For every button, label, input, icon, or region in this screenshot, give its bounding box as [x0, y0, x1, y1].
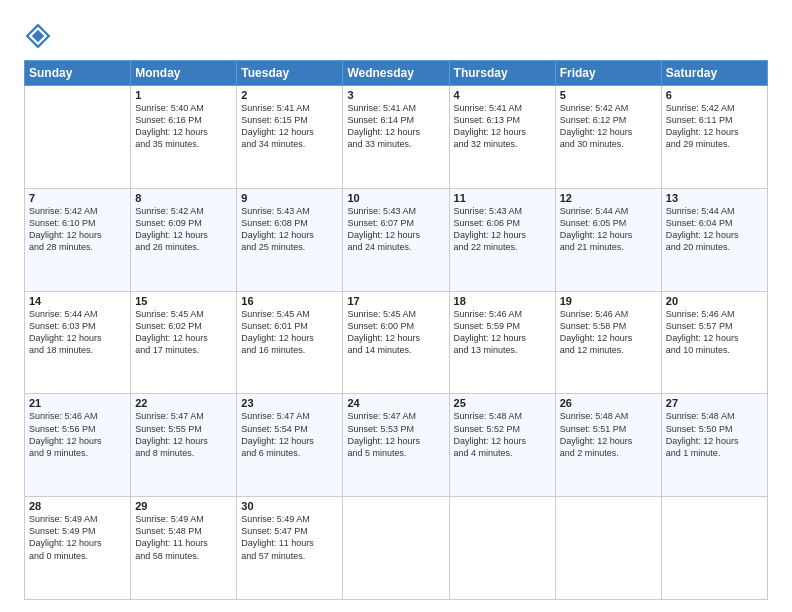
logo	[24, 22, 54, 50]
day-number: 8	[135, 192, 232, 204]
day-info: Sunrise: 5:49 AM Sunset: 5:49 PM Dayligh…	[29, 513, 126, 562]
day-info: Sunrise: 5:41 AM Sunset: 6:15 PM Dayligh…	[241, 102, 338, 151]
day-info: Sunrise: 5:43 AM Sunset: 6:08 PM Dayligh…	[241, 205, 338, 254]
day-info: Sunrise: 5:46 AM Sunset: 5:58 PM Dayligh…	[560, 308, 657, 357]
col-header-monday: Monday	[131, 61, 237, 86]
calendar-cell: 6Sunrise: 5:42 AM Sunset: 6:11 PM Daylig…	[661, 86, 767, 189]
logo-icon	[24, 22, 52, 50]
calendar-cell: 26Sunrise: 5:48 AM Sunset: 5:51 PM Dayli…	[555, 394, 661, 497]
calendar-cell: 15Sunrise: 5:45 AM Sunset: 6:02 PM Dayli…	[131, 291, 237, 394]
calendar-cell: 7Sunrise: 5:42 AM Sunset: 6:10 PM Daylig…	[25, 188, 131, 291]
day-info: Sunrise: 5:47 AM Sunset: 5:53 PM Dayligh…	[347, 410, 444, 459]
calendar-header-row: SundayMondayTuesdayWednesdayThursdayFrid…	[25, 61, 768, 86]
day-number: 13	[666, 192, 763, 204]
calendar-cell: 3Sunrise: 5:41 AM Sunset: 6:14 PM Daylig…	[343, 86, 449, 189]
calendar-cell: 17Sunrise: 5:45 AM Sunset: 6:00 PM Dayli…	[343, 291, 449, 394]
day-number: 10	[347, 192, 444, 204]
calendar-week-row: 1Sunrise: 5:40 AM Sunset: 6:16 PM Daylig…	[25, 86, 768, 189]
day-info: Sunrise: 5:48 AM Sunset: 5:51 PM Dayligh…	[560, 410, 657, 459]
day-number: 16	[241, 295, 338, 307]
day-info: Sunrise: 5:44 AM Sunset: 6:03 PM Dayligh…	[29, 308, 126, 357]
day-info: Sunrise: 5:47 AM Sunset: 5:55 PM Dayligh…	[135, 410, 232, 459]
calendar-week-row: 21Sunrise: 5:46 AM Sunset: 5:56 PM Dayli…	[25, 394, 768, 497]
day-number: 28	[29, 500, 126, 512]
day-number: 11	[454, 192, 551, 204]
calendar-cell: 5Sunrise: 5:42 AM Sunset: 6:12 PM Daylig…	[555, 86, 661, 189]
calendar-cell: 8Sunrise: 5:42 AM Sunset: 6:09 PM Daylig…	[131, 188, 237, 291]
day-number: 25	[454, 397, 551, 409]
calendar-week-row: 7Sunrise: 5:42 AM Sunset: 6:10 PM Daylig…	[25, 188, 768, 291]
day-info: Sunrise: 5:42 AM Sunset: 6:09 PM Dayligh…	[135, 205, 232, 254]
col-header-wednesday: Wednesday	[343, 61, 449, 86]
day-info: Sunrise: 5:44 AM Sunset: 6:05 PM Dayligh…	[560, 205, 657, 254]
day-number: 27	[666, 397, 763, 409]
day-number: 24	[347, 397, 444, 409]
calendar-cell	[25, 86, 131, 189]
calendar-cell	[555, 497, 661, 600]
calendar-cell: 1Sunrise: 5:40 AM Sunset: 6:16 PM Daylig…	[131, 86, 237, 189]
day-info: Sunrise: 5:45 AM Sunset: 6:00 PM Dayligh…	[347, 308, 444, 357]
day-info: Sunrise: 5:45 AM Sunset: 6:02 PM Dayligh…	[135, 308, 232, 357]
day-info: Sunrise: 5:42 AM Sunset: 6:10 PM Dayligh…	[29, 205, 126, 254]
day-info: Sunrise: 5:40 AM Sunset: 6:16 PM Dayligh…	[135, 102, 232, 151]
day-number: 14	[29, 295, 126, 307]
day-number: 29	[135, 500, 232, 512]
calendar-cell: 21Sunrise: 5:46 AM Sunset: 5:56 PM Dayli…	[25, 394, 131, 497]
day-info: Sunrise: 5:48 AM Sunset: 5:50 PM Dayligh…	[666, 410, 763, 459]
calendar-cell: 22Sunrise: 5:47 AM Sunset: 5:55 PM Dayli…	[131, 394, 237, 497]
day-info: Sunrise: 5:49 AM Sunset: 5:47 PM Dayligh…	[241, 513, 338, 562]
day-info: Sunrise: 5:46 AM Sunset: 5:56 PM Dayligh…	[29, 410, 126, 459]
day-number: 21	[29, 397, 126, 409]
calendar-cell: 9Sunrise: 5:43 AM Sunset: 6:08 PM Daylig…	[237, 188, 343, 291]
day-info: Sunrise: 5:45 AM Sunset: 6:01 PM Dayligh…	[241, 308, 338, 357]
day-info: Sunrise: 5:41 AM Sunset: 6:13 PM Dayligh…	[454, 102, 551, 151]
day-number: 22	[135, 397, 232, 409]
day-number: 2	[241, 89, 338, 101]
day-number: 12	[560, 192, 657, 204]
col-header-saturday: Saturday	[661, 61, 767, 86]
day-number: 9	[241, 192, 338, 204]
calendar-table: SundayMondayTuesdayWednesdayThursdayFrid…	[24, 60, 768, 600]
calendar-cell: 12Sunrise: 5:44 AM Sunset: 6:05 PM Dayli…	[555, 188, 661, 291]
calendar-cell: 13Sunrise: 5:44 AM Sunset: 6:04 PM Dayli…	[661, 188, 767, 291]
day-info: Sunrise: 5:42 AM Sunset: 6:11 PM Dayligh…	[666, 102, 763, 151]
day-number: 5	[560, 89, 657, 101]
calendar-cell: 14Sunrise: 5:44 AM Sunset: 6:03 PM Dayli…	[25, 291, 131, 394]
calendar-week-row: 28Sunrise: 5:49 AM Sunset: 5:49 PM Dayli…	[25, 497, 768, 600]
day-number: 7	[29, 192, 126, 204]
day-info: Sunrise: 5:47 AM Sunset: 5:54 PM Dayligh…	[241, 410, 338, 459]
calendar-cell	[449, 497, 555, 600]
day-info: Sunrise: 5:46 AM Sunset: 5:57 PM Dayligh…	[666, 308, 763, 357]
day-number: 19	[560, 295, 657, 307]
calendar-cell: 28Sunrise: 5:49 AM Sunset: 5:49 PM Dayli…	[25, 497, 131, 600]
day-info: Sunrise: 5:42 AM Sunset: 6:12 PM Dayligh…	[560, 102, 657, 151]
day-number: 1	[135, 89, 232, 101]
day-number: 18	[454, 295, 551, 307]
col-header-friday: Friday	[555, 61, 661, 86]
day-number: 17	[347, 295, 444, 307]
day-number: 20	[666, 295, 763, 307]
calendar-cell: 16Sunrise: 5:45 AM Sunset: 6:01 PM Dayli…	[237, 291, 343, 394]
day-info: Sunrise: 5:46 AM Sunset: 5:59 PM Dayligh…	[454, 308, 551, 357]
calendar-cell: 4Sunrise: 5:41 AM Sunset: 6:13 PM Daylig…	[449, 86, 555, 189]
day-info: Sunrise: 5:41 AM Sunset: 6:14 PM Dayligh…	[347, 102, 444, 151]
day-info: Sunrise: 5:49 AM Sunset: 5:48 PM Dayligh…	[135, 513, 232, 562]
col-header-tuesday: Tuesday	[237, 61, 343, 86]
calendar-cell: 20Sunrise: 5:46 AM Sunset: 5:57 PM Dayli…	[661, 291, 767, 394]
day-info: Sunrise: 5:43 AM Sunset: 6:07 PM Dayligh…	[347, 205, 444, 254]
col-header-thursday: Thursday	[449, 61, 555, 86]
calendar-cell	[343, 497, 449, 600]
calendar-cell: 18Sunrise: 5:46 AM Sunset: 5:59 PM Dayli…	[449, 291, 555, 394]
calendar-cell	[661, 497, 767, 600]
day-info: Sunrise: 5:43 AM Sunset: 6:06 PM Dayligh…	[454, 205, 551, 254]
day-number: 4	[454, 89, 551, 101]
calendar-cell: 29Sunrise: 5:49 AM Sunset: 5:48 PM Dayli…	[131, 497, 237, 600]
calendar-cell: 25Sunrise: 5:48 AM Sunset: 5:52 PM Dayli…	[449, 394, 555, 497]
calendar-week-row: 14Sunrise: 5:44 AM Sunset: 6:03 PM Dayli…	[25, 291, 768, 394]
calendar-cell: 27Sunrise: 5:48 AM Sunset: 5:50 PM Dayli…	[661, 394, 767, 497]
calendar-cell: 11Sunrise: 5:43 AM Sunset: 6:06 PM Dayli…	[449, 188, 555, 291]
day-number: 23	[241, 397, 338, 409]
day-info: Sunrise: 5:44 AM Sunset: 6:04 PM Dayligh…	[666, 205, 763, 254]
day-number: 15	[135, 295, 232, 307]
calendar-cell: 24Sunrise: 5:47 AM Sunset: 5:53 PM Dayli…	[343, 394, 449, 497]
